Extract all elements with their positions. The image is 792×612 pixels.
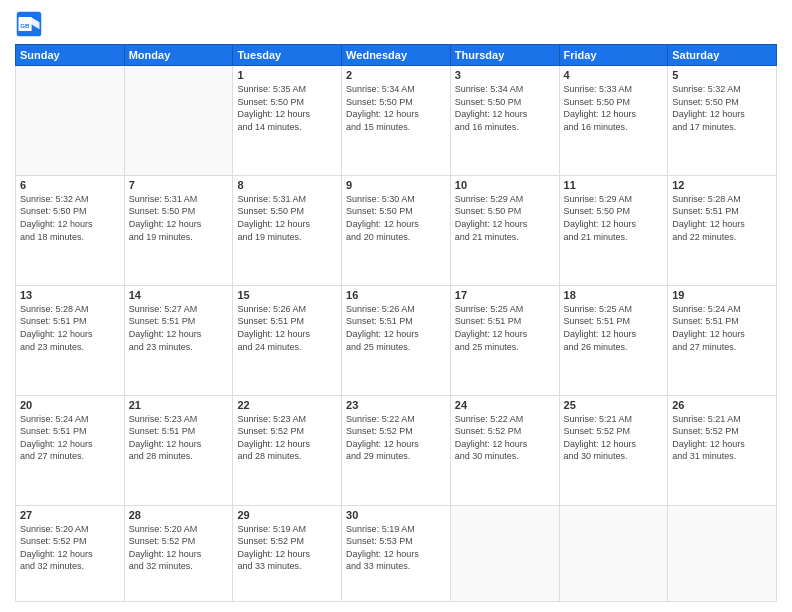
day-number: 27	[20, 509, 120, 521]
day-cell	[559, 505, 668, 602]
day-number: 24	[455, 399, 555, 411]
day-info: Sunrise: 5:35 AM Sunset: 5:50 PM Dayligh…	[237, 83, 337, 133]
day-info: Sunrise: 5:24 AM Sunset: 5:51 PM Dayligh…	[672, 303, 772, 353]
day-info: Sunrise: 5:20 AM Sunset: 5:52 PM Dayligh…	[20, 523, 120, 573]
day-cell: 22Sunrise: 5:23 AM Sunset: 5:52 PM Dayli…	[233, 395, 342, 505]
page: GB SundayMondayTuesdayWednesdayThursdayF…	[0, 0, 792, 612]
calendar-table: SundayMondayTuesdayWednesdayThursdayFrid…	[15, 44, 777, 602]
day-number: 19	[672, 289, 772, 301]
day-cell: 27Sunrise: 5:20 AM Sunset: 5:52 PM Dayli…	[16, 505, 125, 602]
day-number: 10	[455, 179, 555, 191]
day-cell: 24Sunrise: 5:22 AM Sunset: 5:52 PM Dayli…	[450, 395, 559, 505]
day-cell: 4Sunrise: 5:33 AM Sunset: 5:50 PM Daylig…	[559, 66, 668, 176]
day-cell: 10Sunrise: 5:29 AM Sunset: 5:50 PM Dayli…	[450, 175, 559, 285]
day-info: Sunrise: 5:21 AM Sunset: 5:52 PM Dayligh…	[564, 413, 664, 463]
day-cell: 19Sunrise: 5:24 AM Sunset: 5:51 PM Dayli…	[668, 285, 777, 395]
day-cell: 5Sunrise: 5:32 AM Sunset: 5:50 PM Daylig…	[668, 66, 777, 176]
day-number: 22	[237, 399, 337, 411]
day-cell: 8Sunrise: 5:31 AM Sunset: 5:50 PM Daylig…	[233, 175, 342, 285]
calendar-header-row: SundayMondayTuesdayWednesdayThursdayFrid…	[16, 45, 777, 66]
day-number: 30	[346, 509, 446, 521]
day-info: Sunrise: 5:34 AM Sunset: 5:50 PM Dayligh…	[455, 83, 555, 133]
day-cell: 1Sunrise: 5:35 AM Sunset: 5:50 PM Daylig…	[233, 66, 342, 176]
day-number: 14	[129, 289, 229, 301]
day-info: Sunrise: 5:22 AM Sunset: 5:52 PM Dayligh…	[346, 413, 446, 463]
day-info: Sunrise: 5:22 AM Sunset: 5:52 PM Dayligh…	[455, 413, 555, 463]
day-number: 12	[672, 179, 772, 191]
day-number: 8	[237, 179, 337, 191]
day-info: Sunrise: 5:34 AM Sunset: 5:50 PM Dayligh…	[346, 83, 446, 133]
col-header-sunday: Sunday	[16, 45, 125, 66]
col-header-friday: Friday	[559, 45, 668, 66]
day-info: Sunrise: 5:32 AM Sunset: 5:50 PM Dayligh…	[672, 83, 772, 133]
day-number: 20	[20, 399, 120, 411]
logo-icon: GB	[15, 10, 43, 38]
day-cell	[124, 66, 233, 176]
header: GB	[15, 10, 777, 38]
day-cell: 14Sunrise: 5:27 AM Sunset: 5:51 PM Dayli…	[124, 285, 233, 395]
day-number: 6	[20, 179, 120, 191]
day-info: Sunrise: 5:26 AM Sunset: 5:51 PM Dayligh…	[346, 303, 446, 353]
col-header-thursday: Thursday	[450, 45, 559, 66]
day-info: Sunrise: 5:25 AM Sunset: 5:51 PM Dayligh…	[564, 303, 664, 353]
day-cell: 7Sunrise: 5:31 AM Sunset: 5:50 PM Daylig…	[124, 175, 233, 285]
day-info: Sunrise: 5:27 AM Sunset: 5:51 PM Dayligh…	[129, 303, 229, 353]
day-cell	[668, 505, 777, 602]
day-info: Sunrise: 5:33 AM Sunset: 5:50 PM Dayligh…	[564, 83, 664, 133]
svg-text:GB: GB	[20, 22, 30, 29]
day-number: 15	[237, 289, 337, 301]
day-cell: 26Sunrise: 5:21 AM Sunset: 5:52 PM Dayli…	[668, 395, 777, 505]
day-number: 9	[346, 179, 446, 191]
col-header-saturday: Saturday	[668, 45, 777, 66]
day-info: Sunrise: 5:32 AM Sunset: 5:50 PM Dayligh…	[20, 193, 120, 243]
week-row-0: 1Sunrise: 5:35 AM Sunset: 5:50 PM Daylig…	[16, 66, 777, 176]
day-cell: 15Sunrise: 5:26 AM Sunset: 5:51 PM Dayli…	[233, 285, 342, 395]
day-number: 16	[346, 289, 446, 301]
day-number: 26	[672, 399, 772, 411]
day-cell: 18Sunrise: 5:25 AM Sunset: 5:51 PM Dayli…	[559, 285, 668, 395]
week-row-2: 13Sunrise: 5:28 AM Sunset: 5:51 PM Dayli…	[16, 285, 777, 395]
day-number: 13	[20, 289, 120, 301]
day-info: Sunrise: 5:29 AM Sunset: 5:50 PM Dayligh…	[564, 193, 664, 243]
day-cell: 2Sunrise: 5:34 AM Sunset: 5:50 PM Daylig…	[342, 66, 451, 176]
day-info: Sunrise: 5:19 AM Sunset: 5:52 PM Dayligh…	[237, 523, 337, 573]
day-cell	[450, 505, 559, 602]
day-cell	[16, 66, 125, 176]
day-info: Sunrise: 5:23 AM Sunset: 5:52 PM Dayligh…	[237, 413, 337, 463]
logo: GB	[15, 10, 47, 38]
day-info: Sunrise: 5:24 AM Sunset: 5:51 PM Dayligh…	[20, 413, 120, 463]
day-cell: 30Sunrise: 5:19 AM Sunset: 5:53 PM Dayli…	[342, 505, 451, 602]
day-number: 28	[129, 509, 229, 521]
day-info: Sunrise: 5:25 AM Sunset: 5:51 PM Dayligh…	[455, 303, 555, 353]
day-number: 2	[346, 69, 446, 81]
day-cell: 13Sunrise: 5:28 AM Sunset: 5:51 PM Dayli…	[16, 285, 125, 395]
day-cell: 29Sunrise: 5:19 AM Sunset: 5:52 PM Dayli…	[233, 505, 342, 602]
col-header-monday: Monday	[124, 45, 233, 66]
day-cell: 17Sunrise: 5:25 AM Sunset: 5:51 PM Dayli…	[450, 285, 559, 395]
day-number: 5	[672, 69, 772, 81]
day-number: 3	[455, 69, 555, 81]
day-number: 18	[564, 289, 664, 301]
day-cell: 12Sunrise: 5:28 AM Sunset: 5:51 PM Dayli…	[668, 175, 777, 285]
day-number: 4	[564, 69, 664, 81]
day-info: Sunrise: 5:19 AM Sunset: 5:53 PM Dayligh…	[346, 523, 446, 573]
day-number: 25	[564, 399, 664, 411]
col-header-tuesday: Tuesday	[233, 45, 342, 66]
week-row-1: 6Sunrise: 5:32 AM Sunset: 5:50 PM Daylig…	[16, 175, 777, 285]
day-number: 17	[455, 289, 555, 301]
day-cell: 16Sunrise: 5:26 AM Sunset: 5:51 PM Dayli…	[342, 285, 451, 395]
col-header-wednesday: Wednesday	[342, 45, 451, 66]
day-info: Sunrise: 5:28 AM Sunset: 5:51 PM Dayligh…	[20, 303, 120, 353]
week-row-3: 20Sunrise: 5:24 AM Sunset: 5:51 PM Dayli…	[16, 395, 777, 505]
day-cell: 21Sunrise: 5:23 AM Sunset: 5:51 PM Dayli…	[124, 395, 233, 505]
day-cell: 20Sunrise: 5:24 AM Sunset: 5:51 PM Dayli…	[16, 395, 125, 505]
day-cell: 9Sunrise: 5:30 AM Sunset: 5:50 PM Daylig…	[342, 175, 451, 285]
day-cell: 6Sunrise: 5:32 AM Sunset: 5:50 PM Daylig…	[16, 175, 125, 285]
day-number: 7	[129, 179, 229, 191]
day-info: Sunrise: 5:23 AM Sunset: 5:51 PM Dayligh…	[129, 413, 229, 463]
day-cell: 25Sunrise: 5:21 AM Sunset: 5:52 PM Dayli…	[559, 395, 668, 505]
day-info: Sunrise: 5:30 AM Sunset: 5:50 PM Dayligh…	[346, 193, 446, 243]
day-info: Sunrise: 5:31 AM Sunset: 5:50 PM Dayligh…	[129, 193, 229, 243]
day-number: 23	[346, 399, 446, 411]
day-cell: 11Sunrise: 5:29 AM Sunset: 5:50 PM Dayli…	[559, 175, 668, 285]
